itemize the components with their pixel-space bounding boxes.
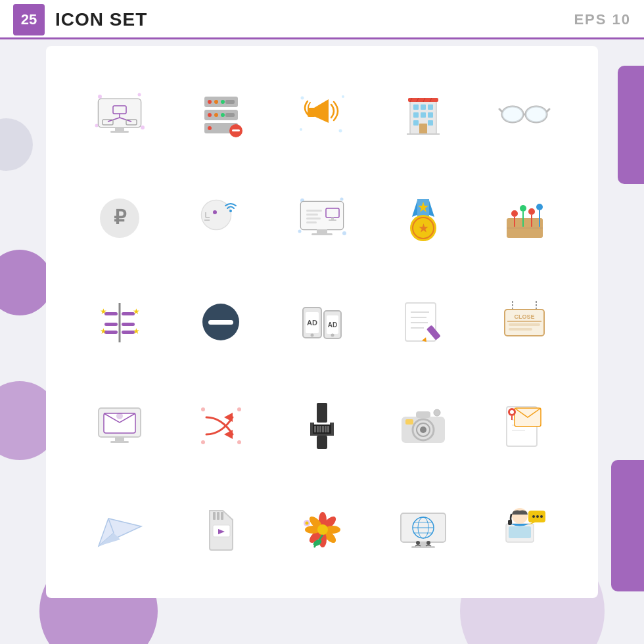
icon-cell-sd-card: [173, 481, 268, 578]
server-minus-icon: [191, 85, 250, 144]
svg-rect-188: [411, 546, 435, 548]
sd-card-icon: [191, 500, 250, 559]
svg-point-21: [214, 113, 218, 117]
svg-rect-5: [99, 99, 141, 127]
icon-cell-camera: [376, 377, 471, 474]
svg-point-66: [340, 198, 344, 201]
icon-cell-network-monitor: [72, 66, 167, 163]
megaphone-wifi-icon: [292, 85, 352, 144]
svg-rect-28: [308, 108, 315, 117]
header-line: [0, 37, 644, 39]
svg-point-185: [305, 522, 308, 525]
icon-cell-ai-head: [173, 170, 268, 267]
svg-rect-107: [208, 320, 233, 325]
building-icon: [394, 85, 453, 144]
icon-cell-server-minus: [173, 66, 268, 163]
globe-monitor-icon: [394, 500, 453, 559]
svg-rect-104: [122, 323, 135, 326]
svg-rect-141: [317, 403, 327, 423]
svg-rect-101: [104, 323, 118, 326]
edit-list-icon: [394, 292, 453, 352]
icon-cell-medal: ★: [376, 170, 471, 267]
svg-point-30: [342, 95, 344, 98]
network-monitor-icon: [90, 85, 149, 144]
svg-point-93: [536, 204, 543, 210]
svg-rect-42: [419, 124, 427, 134]
close-sign-icon: CLOSE: [495, 292, 554, 352]
svg-rect-131: [115, 437, 124, 442]
svg-marker-140: [224, 413, 233, 422]
svg-point-68: [298, 230, 302, 233]
svg-rect-40: [413, 120, 419, 126]
bg-decor-2: [0, 250, 53, 315]
svg-rect-27: [232, 129, 240, 131]
svg-rect-38: [421, 112, 426, 118]
svg-rect-170: [217, 512, 219, 520]
svg-point-110: [310, 333, 313, 336]
svg-point-67: [342, 231, 346, 235]
svg-line-52: [499, 109, 502, 112]
svg-point-22: [221, 113, 225, 117]
icon-cell-edit-list: [376, 273, 471, 371]
svg-text:CLOSE: CLOSE: [514, 313, 534, 320]
svg-rect-146: [322, 426, 324, 432]
icon-cell-hdmi: [275, 377, 369, 474]
svg-point-153: [420, 426, 426, 433]
minus-circle-icon: [191, 292, 250, 352]
support-agent-icon: [495, 500, 554, 559]
svg-rect-23: [225, 113, 235, 117]
icon-cell-monitor-dots: [275, 170, 369, 267]
svg-rect-102: [104, 331, 118, 334]
svg-rect-73: [306, 210, 322, 212]
svg-point-194: [416, 541, 420, 545]
svg-rect-105: [122, 331, 135, 334]
bg-decor-5: [611, 460, 644, 591]
svg-rect-75: [306, 218, 321, 219]
ai-head-icon: [191, 189, 250, 248]
svg-rect-34: [413, 104, 419, 110]
bg-decor-1: [0, 118, 33, 171]
icon-cell-ad-mobile: AD AD: [275, 273, 369, 371]
paper-plane-icon: [90, 500, 149, 559]
medal-icon: ★: [394, 189, 453, 248]
camera-icon: [394, 396, 453, 455]
icon-cell-pins-box: [477, 170, 572, 267]
svg-point-203: [536, 515, 539, 518]
icon-grid: ₽: [72, 66, 572, 578]
svg-line-53: [547, 109, 549, 112]
svg-rect-37: [413, 112, 419, 118]
header: 25 ICON SET EPS 10: [0, 0, 644, 39]
svg-point-60: [213, 210, 217, 214]
svg-rect-143: [314, 426, 316, 432]
svg-rect-132: [110, 441, 129, 443]
svg-rect-79: [329, 219, 336, 221]
svg-rect-7: [110, 131, 129, 133]
ruble-icon: ₽: [90, 189, 149, 248]
icon-cell-megaphone-wifi: [275, 66, 369, 163]
svg-point-138: [201, 440, 205, 444]
glasses-icon: [495, 85, 554, 144]
icon-cell-align-center: ★ ★ ★ ★: [72, 273, 167, 371]
svg-rect-100: [104, 312, 118, 315]
svg-point-55: [526, 106, 547, 122]
svg-point-1: [138, 93, 141, 97]
svg-point-29: [301, 97, 304, 100]
pins-box-icon: [495, 189, 554, 248]
svg-rect-197: [509, 526, 531, 538]
mail-doc-icon: [495, 396, 554, 455]
svg-rect-41: [428, 120, 433, 126]
svg-point-163: [510, 410, 514, 414]
icon-cell-building: [376, 66, 471, 163]
svg-rect-144: [317, 426, 319, 432]
svg-point-0: [98, 95, 102, 99]
icon-cell-support-agent: [477, 481, 572, 578]
svg-point-89: [520, 205, 526, 212]
svg-text:₽: ₽: [114, 206, 127, 228]
svg-rect-149: [317, 436, 327, 449]
main-card: ₽: [46, 46, 598, 598]
svg-text:★: ★: [419, 223, 428, 234]
header-eps: EPS 10: [574, 11, 631, 28]
icon-cell-ruble: ₽: [72, 170, 167, 267]
shuffle-icon: [191, 396, 250, 455]
svg-rect-171: [221, 512, 223, 520]
